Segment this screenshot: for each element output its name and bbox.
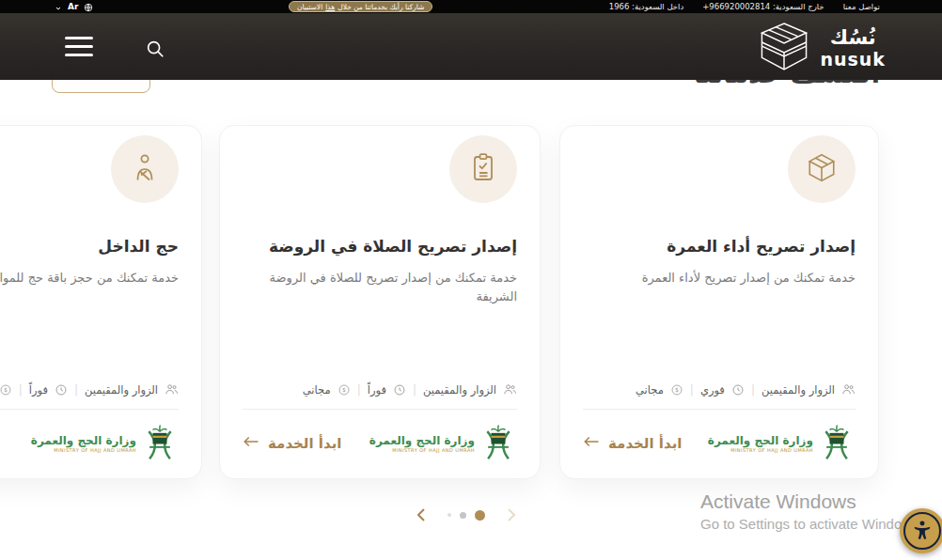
accessibility-icon [903, 512, 941, 550]
contact-info: تواصل معنا خارج السعودية: +966920002814 … [609, 0, 880, 13]
pagination-dot-2[interactable] [460, 512, 466, 519]
watermark-line1: Activate Windows [700, 490, 919, 513]
carousel-pagination [414, 506, 519, 523]
carousel-prev-button[interactable] [414, 506, 429, 523]
nusuk-logo[interactable]: نُسُك nusuk [757, 22, 886, 75]
ministry-emblem-icon [479, 422, 517, 465]
kaaba-icon [806, 151, 838, 187]
start-service-button[interactable]: ابدأ الخدمة [243, 435, 341, 452]
search-button[interactable] [145, 39, 165, 59]
phone-inside-number: 1966 [609, 2, 630, 11]
card-divider [243, 409, 517, 410]
card-title: حج الداخل [0, 237, 179, 256]
card-icon-circle [788, 135, 856, 203]
phone-inside-saudi[interactable]: داخل السعودية: 1966 [609, 2, 683, 11]
card-cost: مجاني [636, 383, 664, 397]
globe-icon [84, 0, 93, 16]
main-header: نُسُك nusuk [0, 13, 942, 80]
card-footer: وزارة الحج والعمرة MINISTRY OF HAJJ AND … [243, 422, 517, 465]
people-icon [841, 382, 856, 397]
card-audience: الزوار والمقيمين [423, 383, 496, 397]
ministry-name: وزارة الحج والعمرة MINISTRY OF HAJJ AND … [31, 434, 136, 453]
brand-arabic: نُسُك [830, 28, 876, 48]
clipboard-check-icon [468, 152, 498, 186]
card-availability: فوري [700, 383, 725, 397]
card-availability: فوراً [29, 383, 48, 397]
carousel-next-button[interactable] [504, 506, 519, 523]
survey-text-after: الاستبيان [297, 3, 322, 11]
people-icon [165, 382, 179, 397]
card-divider [0, 409, 179, 410]
start-service-button[interactable]: ابدأ الخدمة [583, 435, 682, 452]
pilgrim-icon [130, 152, 160, 186]
ministry-logo: وزارة الحج والعمرة MINISTRY OF HAJJ AND … [31, 422, 179, 465]
svg-text:$: $ [4, 386, 8, 393]
svg-text:$: $ [342, 386, 346, 393]
card-icon-circle [449, 135, 517, 203]
clock-icon [55, 383, 68, 397]
card-footer: وزارة الحج والعمرة MINISTRY OF HAJJ AND … [0, 422, 179, 465]
nusuk-homepage: Ar شاركنا رأيك بخدماتنا من خلال هذا الاس… [0, 0, 942, 560]
phone-outside-number: +966920002814 [702, 2, 770, 11]
arrow-left-icon [243, 435, 259, 452]
card-title: إصدار تصريح الصلاة في الروضة [243, 237, 517, 256]
clock-icon [393, 383, 406, 397]
dollar-circle-icon: $ [338, 383, 351, 397]
card-availability: فوراً [368, 383, 386, 397]
card-title: إصدار تصريح أداء العمرة [583, 237, 856, 256]
card-description: خدمة تمكنك من إصدار تصريح لأداء العمرة [583, 269, 856, 382]
meta-separator: | [19, 383, 23, 397]
meta-separator: | [357, 383, 361, 397]
contact-us-link[interactable]: تواصل معنا [843, 2, 880, 11]
arrow-left-icon [583, 435, 600, 452]
windows-activation-watermark: Activate Windows Go to Settings to activ… [700, 490, 919, 532]
pagination-dot-1[interactable] [447, 513, 451, 517]
ministry-name: وزارة الحج والعمرة MINISTRY OF HAJJ AND … [369, 434, 475, 453]
card-meta: الزوار والمقيمين | فوري | $ مجاني [583, 382, 856, 397]
card-meta: الزوار والمقيمين | فوراً | $ مجاني [243, 382, 517, 397]
clock-icon [731, 383, 745, 397]
service-card-umrah-permit: إصدار تصريح أداء العمرة خدمة تمكنك من إص… [559, 125, 879, 479]
card-cost: مجاني [303, 383, 331, 397]
accessibility-widget-button[interactable] [900, 508, 942, 553]
ministry-logo: وزارة الحج والعمرة MINISTRY OF HAJJ AND … [369, 422, 517, 465]
survey-text-before: شاركنا رأيك بخدماتنا من خلال [338, 3, 424, 11]
meta-separator: | [751, 383, 755, 397]
meta-separator: | [690, 383, 694, 397]
card-meta: الزوار والمقيمين | فوراً | $ مدفوع [0, 382, 179, 397]
language-label: Ar [68, 2, 78, 11]
card-icon-circle [111, 135, 179, 203]
card-description: خدمة تمكنك من إصدار تصريح للصلاة في الرو… [243, 269, 517, 382]
card-divider [583, 409, 856, 410]
top-utility-bar: Ar شاركنا رأيك بخدماتنا من خلال هذا الاس… [0, 0, 942, 13]
card-description: خدمة تمكنك من حجز باقة حج للمواطنين وال [0, 269, 179, 382]
ministry-emblem-icon [818, 422, 856, 465]
brand-text: نُسُك nusuk [820, 28, 886, 69]
survey-link[interactable]: هذا [325, 3, 335, 11]
service-card-rawdah-permit: إصدار تصريح الصلاة في الروضة خدمة تمكنك … [219, 125, 541, 479]
search-icon [145, 45, 165, 63]
card-footer: وزارة الحج والعمرة MINISTRY OF HAJJ AND … [583, 422, 856, 465]
survey-banner[interactable]: شاركنا رأيك بخدماتنا من خلال هذا الاستبي… [289, 1, 432, 12]
hamburger-menu-button[interactable] [65, 37, 93, 56]
meta-separator: | [74, 383, 78, 397]
service-card-domestic-hajj: حج الداخل خدمة تمكنك من حجز باقة حج للمو… [0, 125, 202, 479]
phone-outside-saudi[interactable]: خارج السعودية: +966920002814 [702, 2, 824, 11]
chevron-down-icon [55, 0, 62, 16]
pagination-dot-3-active[interactable] [475, 510, 485, 521]
ministry-name: وزارة الحج والعمرة MINISTRY OF HAJJ AND … [708, 434, 813, 453]
brand-latin: nusuk [820, 51, 886, 69]
dollar-circle-icon: $ [0, 383, 12, 397]
ministry-emblem-icon [141, 422, 179, 465]
pagination-dots [447, 510, 485, 521]
people-icon [503, 382, 517, 397]
card-audience: الزوار والمقيمين [85, 383, 158, 397]
meta-separator: | [413, 383, 416, 397]
ministry-logo: وزارة الحج والعمرة MINISTRY OF HAJJ AND … [708, 422, 856, 465]
kaaba-logo-icon [757, 22, 811, 75]
svg-text:$: $ [675, 386, 679, 393]
card-audience: الزوار والمقيمين [761, 383, 835, 397]
language-selector[interactable]: Ar [55, 0, 93, 13]
dollar-circle-icon: $ [670, 383, 683, 397]
watermark-line2: Go to Settings to activate Windows [700, 516, 919, 532]
